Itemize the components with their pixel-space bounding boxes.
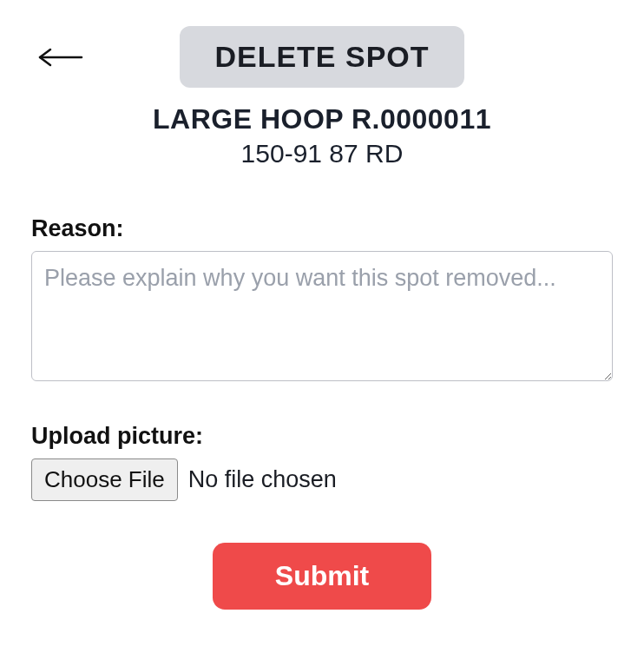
choose-file-button[interactable]: Choose File xyxy=(31,458,178,501)
upload-label: Upload picture: xyxy=(31,423,613,450)
page-title: DELETE SPOT xyxy=(180,26,463,88)
submit-button[interactable]: Submit xyxy=(213,543,431,610)
file-status-text: No file chosen xyxy=(188,466,337,493)
arrow-left-icon xyxy=(36,48,83,67)
back-arrow-button[interactable] xyxy=(31,43,89,72)
spot-address: 150-91 87 RD xyxy=(31,139,613,168)
reason-textarea[interactable] xyxy=(31,251,613,381)
reason-label: Reason: xyxy=(31,215,613,242)
spot-name: LARGE HOOP R.0000011 xyxy=(31,103,613,135)
